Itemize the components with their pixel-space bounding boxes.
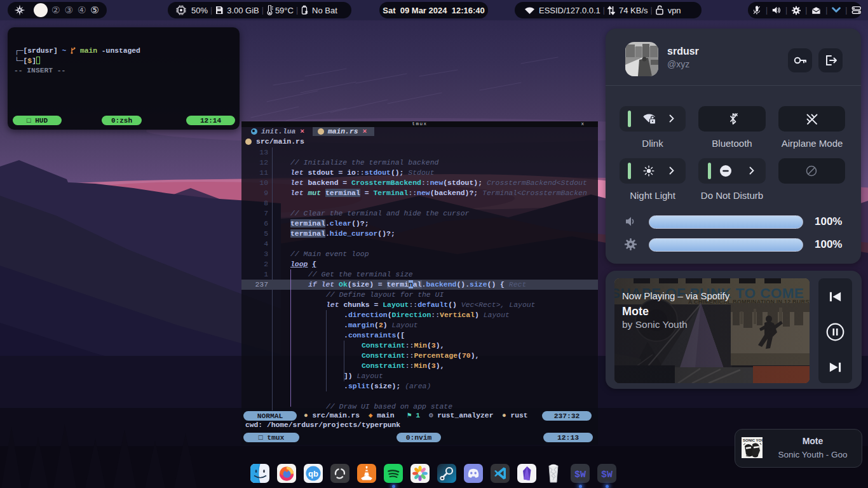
- svg-text:qb: qb: [308, 469, 318, 478]
- svg-text:SONIC YOUTH: SONIC YOUTH: [743, 438, 763, 442]
- svg-text:$W: $W: [574, 470, 586, 480]
- svg-text:$W: $W: [601, 470, 613, 480]
